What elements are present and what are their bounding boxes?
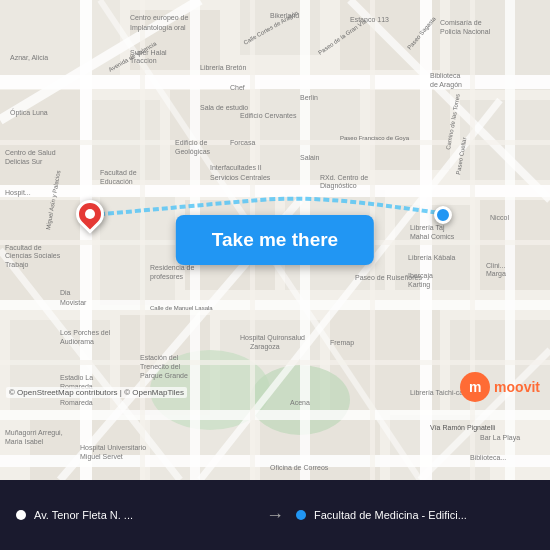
svg-text:Marga: Marga	[486, 270, 506, 278]
svg-text:Miguel Servet: Miguel Servet	[80, 453, 123, 461]
svg-text:Paseo Francisco de Goya: Paseo Francisco de Goya	[340, 135, 410, 141]
svg-text:Librería Taj: Librería Taj	[410, 224, 445, 232]
svg-text:Educación: Educación	[100, 178, 133, 185]
map-container: Avenida de Valencia Calle Cortes de Arag…	[0, 0, 550, 480]
svg-text:Ciencias Sociales: Ciencias Sociales	[5, 252, 61, 259]
svg-text:Salain: Salain	[300, 154, 320, 161]
svg-text:Romareda: Romareda	[60, 399, 93, 406]
origin-station: Av. Tenor Fleta N. ...	[16, 508, 254, 522]
svg-rect-49	[140, 0, 145, 480]
svg-text:Librería Taichi-can: Librería Taichi-can	[410, 389, 467, 396]
moovit-logo: m moovit	[460, 372, 540, 402]
svg-text:Chef: Chef	[230, 84, 245, 91]
moovit-icon: m	[460, 372, 490, 402]
svg-text:Facultad de: Facultad de	[5, 244, 42, 251]
svg-text:Centro de Salud: Centro de Salud	[5, 149, 56, 156]
svg-text:Muñagorri Arregui,: Muñagorri Arregui,	[5, 429, 63, 437]
svg-text:Geológicas: Geológicas	[175, 148, 211, 156]
svg-text:Edificio Cervantes: Edificio Cervantes	[240, 112, 297, 119]
svg-text:Facultad de: Facultad de	[100, 169, 137, 176]
svg-text:Fremap: Fremap	[330, 339, 354, 347]
svg-text:Estadio La: Estadio La	[60, 374, 93, 381]
origin-dot	[16, 510, 26, 520]
svg-text:Hospital Quironsalud: Hospital Quironsalud	[240, 334, 305, 342]
svg-text:Bar La Playa: Bar La Playa	[480, 434, 520, 442]
svg-text:Clini...: Clini...	[486, 262, 506, 269]
svg-text:Aznar, Alicia: Aznar, Alicia	[10, 54, 48, 61]
svg-rect-52	[470, 0, 475, 480]
svg-rect-10	[370, 90, 450, 170]
svg-text:Niccol: Niccol	[490, 214, 510, 221]
destination-label: Facultad de Medicina - Edifici...	[314, 508, 467, 522]
take-me-there-button[interactable]: Take me there	[176, 215, 374, 265]
svg-text:Interfacultades II: Interfacultades II	[210, 164, 262, 171]
svg-text:Zaragoza: Zaragoza	[250, 343, 280, 351]
svg-text:Super Halal: Super Halal	[130, 49, 167, 57]
map-attribution: © OpenStreetMap contributors | © OpenMap…	[6, 387, 187, 398]
svg-text:Residencia de: Residencia de	[150, 264, 194, 271]
svg-text:Comisaría de: Comisaría de	[440, 19, 482, 26]
svg-text:Berlin: Berlin	[300, 94, 318, 101]
svg-text:Acena: Acena	[290, 399, 310, 406]
svg-text:Óptica Luna: Óptica Luna	[10, 108, 48, 117]
svg-text:Biblioteca: Biblioteca	[430, 72, 460, 79]
svg-text:Vía Ramón Pignatelli: Vía Ramón Pignatelli	[430, 424, 496, 432]
svg-text:Oficina de Correos: Oficina de Correos	[270, 464, 329, 471]
destination-station: Facultad de Medicina - Edifici...	[296, 508, 534, 522]
destination-dot	[296, 510, 306, 520]
svg-text:Maria Isabel: Maria Isabel	[5, 438, 44, 445]
svg-text:Hospit...: Hospit...	[5, 189, 31, 197]
svg-text:RXd. Centro de: RXd. Centro de	[320, 174, 368, 181]
svg-text:Movistar: Movistar	[60, 299, 87, 306]
svg-rect-1	[0, 0, 120, 80]
svg-text:Librería Bretón: Librería Bretón	[200, 64, 246, 71]
svg-text:profesores: profesores	[150, 273, 184, 281]
origin-label: Av. Tenor Fleta N. ...	[34, 508, 133, 522]
route-arrow: →	[254, 505, 296, 526]
svg-text:Forcasa: Forcasa	[230, 139, 255, 146]
svg-text:Delicias Sur: Delicias Sur	[5, 158, 43, 165]
svg-text:Dia: Dia	[60, 289, 71, 296]
moovit-wordmark: moovit	[494, 379, 540, 395]
svg-text:Los Porches del: Los Porches del	[60, 329, 111, 336]
origin-marker	[76, 200, 104, 228]
svg-text:Estanco 113: Estanco 113	[350, 16, 389, 23]
svg-text:Hospital Universitario: Hospital Universitario	[80, 444, 146, 452]
svg-text:Biblioteca...: Biblioteca...	[470, 454, 506, 461]
svg-text:Sala de estudio: Sala de estudio	[200, 104, 248, 111]
svg-text:Edificio de: Edificio de	[175, 139, 207, 146]
svg-text:Mahal Comics: Mahal Comics	[410, 233, 455, 240]
svg-text:Implantología oral: Implantología oral	[130, 24, 186, 32]
svg-text:Parque Grande: Parque Grande	[140, 372, 188, 380]
svg-text:Estación del: Estación del	[140, 354, 179, 361]
svg-text:Policía Nacional: Policía Nacional	[440, 28, 491, 35]
svg-text:Bikerland: Bikerland	[270, 12, 299, 19]
svg-text:Trenecito del: Trenecito del	[140, 363, 181, 370]
svg-text:Traccion: Traccion	[130, 57, 157, 64]
svg-text:Servicios Centrales: Servicios Centrales	[210, 174, 271, 181]
svg-rect-48	[0, 360, 550, 365]
svg-text:Trabajo: Trabajo	[5, 261, 29, 269]
svg-text:Librería Kábala: Librería Kábala	[408, 254, 456, 261]
destination-marker	[434, 206, 452, 224]
svg-text:Centro europeo de: Centro europeo de	[130, 14, 188, 22]
bottom-navigation-bar: Av. Tenor Fleta N. ... → Facultad de Med…	[0, 480, 550, 550]
svg-text:Diagnóstico: Diagnóstico	[320, 182, 357, 190]
svg-text:Calle de Manuel Lasala: Calle de Manuel Lasala	[150, 305, 213, 311]
svg-text:Paseo de Ruiseñores: Paseo de Ruiseñores	[355, 274, 422, 281]
svg-text:Audiorama: Audiorama	[60, 338, 94, 345]
svg-text:Karting: Karting	[408, 281, 430, 289]
svg-text:de Aragón: de Aragón	[430, 81, 462, 89]
svg-rect-46	[0, 140, 550, 145]
